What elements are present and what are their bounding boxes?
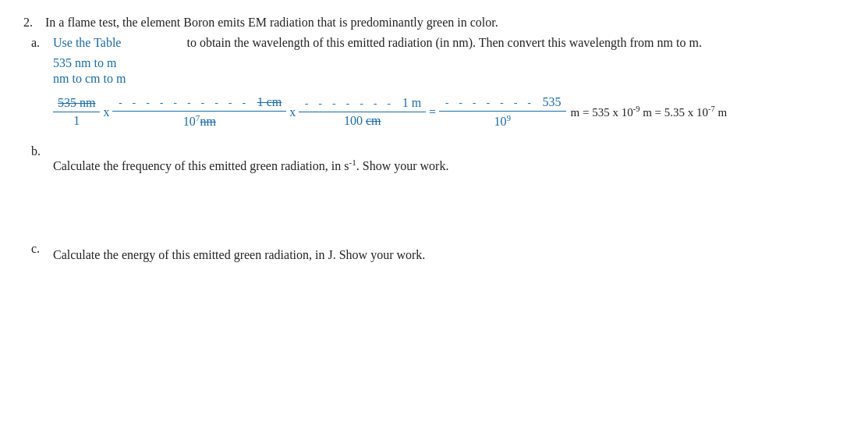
part-b: b. Calculate the frequency of this emitt… (31, 144, 845, 235)
exp-9: 9 (507, 113, 512, 122)
frac-result: - - - - - - - 535 109 (439, 94, 565, 130)
question-stem-text: In a flame test, the element Boron emits… (45, 16, 845, 30)
question-number-label: 2. (23, 16, 45, 30)
cm-den-text: cm (366, 114, 381, 127)
part-b-letter: b. (31, 144, 53, 158)
frac-3-den: 100 cm (339, 112, 386, 130)
frac-1-num: 535 nm (53, 94, 100, 112)
frac-result-num: - - - - - - - 535 (439, 94, 565, 111)
frac-1: 535 nm 1 (53, 94, 100, 130)
part-c: c. Calculate the energy of this emitted … (31, 242, 845, 262)
frac-3-num: - - - - - - - 1 m (299, 94, 426, 112)
s-inv: -1 (349, 157, 356, 166)
part-c-letter: c. (31, 242, 53, 256)
multiply-1: x (103, 105, 109, 119)
part-a-use-table: Use the Table (53, 36, 121, 50)
nm-den-text: nm (200, 115, 215, 128)
part-c-text: Calculate the energy of this emitted gre… (53, 248, 425, 261)
1cm-text: 1 cm (257, 95, 282, 108)
multiply-2: x (289, 105, 296, 119)
frac-3: - - - - - - - 1 m 100 cm (299, 94, 426, 130)
frac-result-den: 109 (490, 112, 516, 130)
part-a: a. Use the Table to obtain the wavelengt… (31, 36, 845, 130)
exp-neg9: -9 (633, 105, 640, 113)
part-a-blue-line1: 535 nm to m (53, 56, 845, 70)
frac-2-den: 107nm (179, 112, 221, 130)
exp-neg7: -7 (708, 105, 715, 113)
equals-sign: = (429, 105, 436, 119)
frac-2-num: - - - - - - - - - - 1 cm (112, 94, 286, 111)
part-a-content: Use the Table to obtain the wavelength o… (53, 36, 845, 130)
part-c-content: Calculate the energy of this emitted gre… (53, 248, 845, 262)
question-stem: 2. In a flame test, the element Boron em… (23, 16, 845, 30)
part-a-intro: Use the Table to obtain the wavelength o… (53, 36, 845, 50)
part-b-text: Calculate the frequency of this emitted … (53, 159, 448, 172)
part-b-content: Calculate the frequency of this emitted … (53, 157, 845, 172)
conversion-calculation: 535 nm 1 x - - - - - - - - - - 1 cm (53, 94, 845, 130)
frac-2: - - - - - - - - - - 1 cm 107nm (112, 94, 286, 130)
frac-1-den: 1 (69, 112, 84, 130)
part-a-text-after: to obtain the wavelength of this emitted… (186, 36, 701, 50)
535-nm-text: 535 nm (58, 96, 95, 109)
part-a-blue-line2: nm to cm to m (53, 72, 845, 86)
question-2: 2. In a flame test, the element Boron em… (23, 16, 845, 262)
result-text: m = 535 x 10-9 m = 5.35 x 10-7 m (571, 105, 728, 119)
part-a-letter: a. (31, 36, 53, 50)
